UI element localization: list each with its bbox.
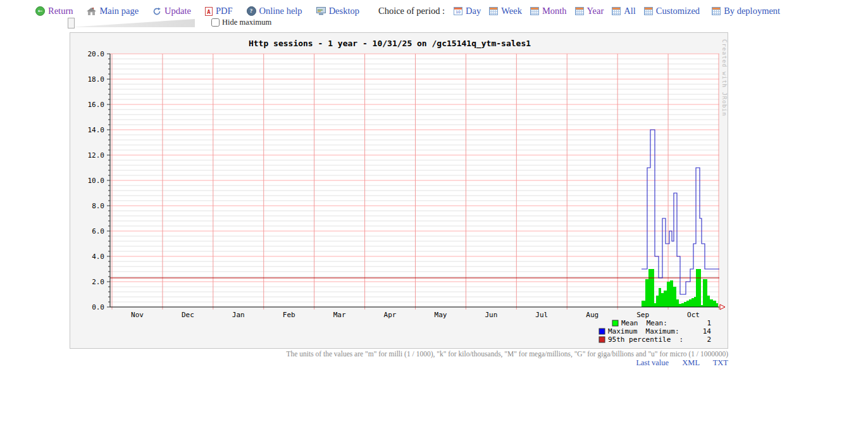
http-sessions-chart: NovDecJanFebMarAprMayJunJulAugSepOct0.02… bbox=[70, 33, 728, 348]
refresh-icon bbox=[152, 7, 161, 16]
toolbar: ←Return Main page Update APDF ?Online he… bbox=[0, 0, 868, 18]
legend-swatch bbox=[612, 320, 618, 326]
hide-maximum-checkbox[interactable] bbox=[211, 18, 220, 27]
x-axis-label: Jan bbox=[232, 311, 245, 319]
y-axis-label: 8.0 bbox=[92, 202, 104, 210]
last-value-link[interactable]: Last value bbox=[636, 358, 669, 367]
graph-size-slider[interactable] bbox=[68, 18, 196, 28]
mean-bar bbox=[664, 291, 667, 307]
y-axis-label: 4.0 bbox=[92, 253, 104, 261]
mean-bar bbox=[694, 297, 696, 307]
graph-controls-row: Hide maximum bbox=[0, 18, 868, 30]
legend-label: 95th percentile : bbox=[608, 335, 683, 344]
mean-bar bbox=[648, 269, 654, 307]
y-axis-label: 6.0 bbox=[92, 227, 104, 235]
monitoring-page: { "nav": { "return": {"label": "Return"}… bbox=[0, 0, 868, 426]
help-icon: ? bbox=[247, 6, 256, 16]
legend-label: Maximum Maximum: bbox=[608, 327, 679, 335]
y-axis-label: 12.0 bbox=[88, 151, 105, 160]
mean-bar bbox=[689, 299, 691, 307]
mean-bar bbox=[679, 304, 681, 307]
calendar-deployment-icon bbox=[712, 7, 721, 15]
mean-bar bbox=[654, 303, 656, 307]
x-axis-label: Feb bbox=[283, 311, 295, 319]
calendar-year-icon bbox=[575, 7, 584, 15]
mean-bar bbox=[642, 301, 645, 307]
period-month-link[interactable]: Month bbox=[530, 6, 567, 16]
mean-bar bbox=[684, 302, 686, 307]
mean-bar bbox=[710, 299, 713, 307]
mean-bar bbox=[691, 298, 694, 307]
slider-handle[interactable] bbox=[68, 18, 75, 28]
slider-track bbox=[75, 18, 195, 27]
calendar-day-icon bbox=[454, 7, 462, 15]
period-day-link[interactable]: Day bbox=[454, 6, 481, 16]
mean-bar bbox=[696, 269, 701, 307]
online-help-link[interactable]: ?Online help bbox=[247, 6, 302, 16]
y-axis-label: 20.0 bbox=[88, 50, 105, 58]
mean-bar bbox=[645, 279, 648, 307]
svg-text:A: A bbox=[207, 8, 211, 15]
period-customized-link[interactable]: Customized bbox=[644, 6, 700, 16]
y-axis-label: 10.0 bbox=[88, 177, 105, 185]
chart-panel: NovDecJanFebMarAprMayJunJulAugSepOct0.02… bbox=[70, 32, 728, 349]
mean-bar bbox=[670, 280, 673, 307]
calendar-week-icon bbox=[489, 7, 498, 15]
y-axis-label: 2.0 bbox=[92, 278, 104, 286]
x-axis-label: May bbox=[435, 311, 447, 319]
jrobin-watermark: Created with JRobin bbox=[721, 39, 728, 116]
mean-bar bbox=[661, 293, 664, 307]
mean-bar bbox=[686, 301, 689, 307]
calendar-customized-icon bbox=[644, 7, 653, 15]
units-note: The units of the values are "m" for mill… bbox=[70, 350, 728, 358]
pdf-link[interactable]: APDF bbox=[205, 6, 233, 16]
mean-bar bbox=[681, 303, 684, 307]
chart-title: Http sessions - 1 year - 10/31/25 on /gc… bbox=[249, 39, 531, 49]
mean-bar bbox=[659, 288, 661, 307]
y-axis-label: 18.0 bbox=[88, 75, 105, 84]
x-axis-label: Dec bbox=[182, 311, 194, 319]
mean-bar bbox=[656, 296, 659, 307]
return-icon: ← bbox=[35, 6, 45, 16]
txt-link[interactable]: TXT bbox=[713, 358, 728, 367]
calendar-all-icon bbox=[612, 7, 621, 15]
x-axis-label: Mar bbox=[333, 311, 346, 319]
home-icon bbox=[87, 7, 96, 15]
mean-bar bbox=[673, 287, 676, 307]
legend-swatch bbox=[599, 329, 605, 334]
hide-maximum-label: Hide maximum bbox=[222, 18, 271, 27]
x-axis-label: Jul bbox=[535, 311, 548, 319]
y-axis-label: 0.0 bbox=[92, 303, 104, 311]
choice-of-period-label: Choice of period : bbox=[378, 6, 445, 16]
x-axis-arrow bbox=[720, 304, 725, 310]
hide-maximum-control: Hide maximum bbox=[211, 18, 271, 27]
mean-bar bbox=[703, 279, 707, 307]
mean-bar bbox=[707, 296, 710, 307]
legend-value: 2 bbox=[707, 335, 711, 344]
xml-link[interactable]: XML bbox=[682, 358, 699, 367]
pdf-icon: A bbox=[205, 7, 213, 16]
update-link[interactable]: Update bbox=[152, 6, 191, 16]
legend-label: Mean Mean: bbox=[621, 319, 667, 327]
desktop-icon bbox=[316, 7, 326, 15]
legend-value: 14 bbox=[703, 327, 712, 335]
x-axis-label: Nov bbox=[131, 311, 144, 319]
period-week-link[interactable]: Week bbox=[489, 6, 522, 16]
mean-bar bbox=[716, 303, 718, 307]
legend-swatch bbox=[599, 337, 605, 342]
x-axis-label: Sep bbox=[636, 311, 649, 319]
mean-bar bbox=[676, 299, 679, 307]
x-axis-label: Oct bbox=[687, 311, 700, 319]
period-year-link[interactable]: Year bbox=[575, 6, 604, 16]
period-by-deployment-link[interactable]: By deployment bbox=[712, 6, 780, 16]
return-link[interactable]: ←Return bbox=[35, 6, 73, 16]
main-page-link[interactable]: Main page bbox=[87, 6, 139, 16]
period-all-link[interactable]: All bbox=[612, 6, 636, 16]
x-axis-label: Aug bbox=[586, 311, 598, 319]
desktop-link[interactable]: Desktop bbox=[316, 6, 359, 16]
calendar-month-icon bbox=[530, 7, 539, 15]
y-axis-label: 14.0 bbox=[88, 126, 105, 134]
footer-links: Last value XML TXT bbox=[70, 358, 728, 368]
x-axis-label: Jun bbox=[485, 311, 497, 319]
mean-bar bbox=[713, 301, 716, 307]
